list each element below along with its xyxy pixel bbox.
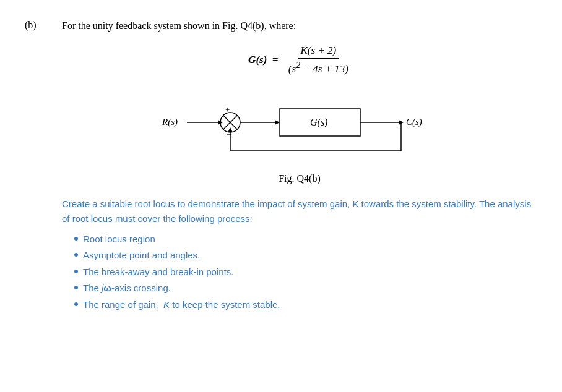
bullet-text-3: The break-away and break-in points. xyxy=(83,265,233,279)
bullet-item-4: The jω-axis crossing. xyxy=(74,281,537,296)
block-diagram: R(s) + − G(s) xyxy=(62,89,537,169)
part-label: (b) xyxy=(25,19,43,314)
output-label: C(s) xyxy=(406,117,422,127)
transfer-function-fraction: K(s + 2) (s2 − 4s + 13) xyxy=(286,45,351,75)
bullet-text-5: The range of gain, K to keep the system … xyxy=(83,298,280,312)
bullet-list: Root locus region Asymptote point and an… xyxy=(62,232,537,312)
fig-caption: Fig. Q4(b) xyxy=(62,173,537,184)
bullet-text-2: Asymptote point and angles. xyxy=(83,249,200,263)
question-part-b: (b) For the unity feedback system shown … xyxy=(25,19,537,314)
part-content: For the unity feedback system shown in F… xyxy=(62,19,537,314)
bullet-dot-3 xyxy=(74,270,78,273)
bullet-item-2: Asymptote point and angles. xyxy=(74,249,537,263)
gs-label: G(s) xyxy=(310,117,327,128)
input-label: R(s) xyxy=(162,117,178,127)
intro-text: For the unity feedback system shown in F… xyxy=(62,19,537,33)
bullet-text-1: Root locus region xyxy=(83,232,155,247)
equation-block: G(s) = K(s + 2) (s2 − 4s + 13) xyxy=(62,45,537,75)
eq-numerator: K(s + 2) xyxy=(298,45,339,59)
bullet-item-3: The break-away and break-in points. xyxy=(74,265,537,279)
bullet-text-4: The jω-axis crossing. xyxy=(83,281,171,296)
bullet-item-1: Root locus region xyxy=(74,232,537,247)
diagram-svg: R(s) + − G(s) xyxy=(151,89,448,169)
bullet-item-5: The range of gain, K to keep the system … xyxy=(74,298,537,312)
bullet-dot-4 xyxy=(74,286,78,289)
eq-lhs: G(s) = xyxy=(248,54,281,66)
instructions-text: Create a suitable root locus to demonstr… xyxy=(62,197,537,226)
bullet-dot-2 xyxy=(74,253,78,257)
bullet-dot-1 xyxy=(74,237,78,241)
svg-marker-5 xyxy=(275,120,280,125)
bullet-dot-5 xyxy=(74,302,78,306)
eq-denominator: (s2 − 4s + 13) xyxy=(286,59,351,75)
